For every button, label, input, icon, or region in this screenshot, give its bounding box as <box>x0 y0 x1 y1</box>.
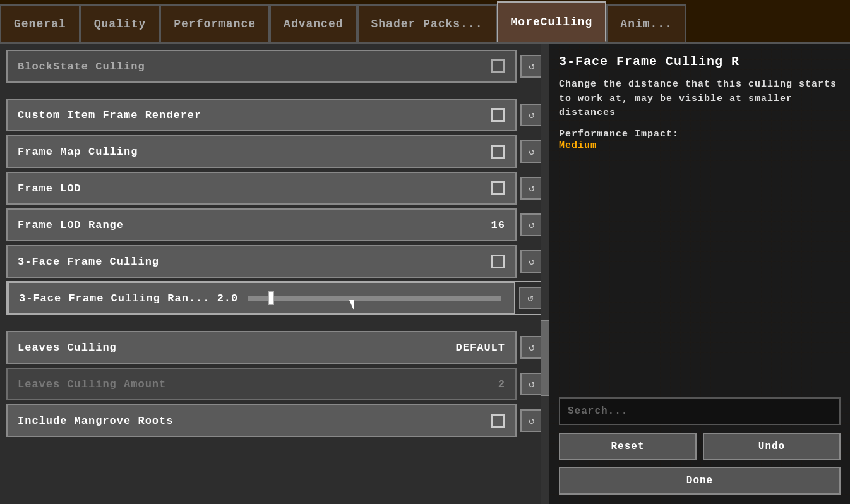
tab-performance[interactable]: Performance <box>160 4 270 42</box>
frame-lod-reset-btn[interactable]: ↺ <box>520 177 543 200</box>
blockstate-reset-btn[interactable]: ↺ <box>520 55 543 78</box>
include-mangrove-roots-button[interactable]: Include Mangrove Roots <box>6 404 517 437</box>
performance-impact-row: Performance Impact: Medium <box>559 128 841 151</box>
3face-culling-range-button[interactable]: 3-Face Frame Culling Ran... 2.0 <box>8 282 515 315</box>
setting-row-frame-map-culling: Frame Map Culling ↺ <box>6 135 543 169</box>
3face-culling-range-slider-container[interactable] <box>244 296 504 301</box>
setting-row-leaves-culling-amount: Leaves Culling Amount 2 ↺ <box>6 367 543 401</box>
tab-more-culling[interactable]: MoreCulling <box>497 1 607 42</box>
frame-lod-button[interactable]: Frame LOD <box>6 172 517 205</box>
3face-frame-culling-label: 3-Face Frame Culling <box>18 256 159 268</box>
custom-item-frame-label: Custom Item Frame Renderer <box>18 109 201 121</box>
gap-1 <box>0 85 549 95</box>
leaves-culling-label: Leaves Culling <box>18 342 117 354</box>
bottom-buttons: Reset Undo Done <box>559 433 841 495</box>
3face-culling-range-slider-thumb[interactable] <box>268 291 274 305</box>
setting-row-custom-item-frame: Custom Item Frame Renderer ↺ <box>6 98 543 132</box>
blockstate-culling-button[interactable]: BlockState Culling <box>6 50 517 83</box>
setting-row-frame-lod-range: Frame LOD Range 16 ↺ <box>6 208 543 242</box>
tab-shader-packs[interactable]: Shader Packs... <box>357 4 497 42</box>
frame-map-culling-checkbox[interactable] <box>491 145 505 159</box>
performance-value: Medium <box>559 140 597 151</box>
frame-lod-range-button[interactable]: Frame LOD Range 16 <box>6 208 517 241</box>
frame-lod-checkbox[interactable] <box>491 181 505 195</box>
setting-row-3face-frame-culling: 3-Face Frame Culling ↺ <box>6 244 543 279</box>
frame-lod-range-label: Frame LOD Range <box>18 219 124 231</box>
include-mangrove-roots-label: Include Mangrove Roots <box>18 415 173 427</box>
setting-row-3face-culling-range: 3-Face Frame Culling Ran... 2.0 ↺ <box>6 281 543 315</box>
3face-culling-range-slider-track[interactable] <box>248 296 501 301</box>
frame-map-culling-button[interactable]: Frame Map Culling <box>6 135 517 168</box>
setting-row-blockstate: BlockState Culling ↺ <box>6 50 543 83</box>
include-mangrove-roots-reset-btn[interactable]: ↺ <box>520 409 543 432</box>
frame-map-culling-label: Frame Map Culling <box>18 146 138 158</box>
reset-undo-row: Reset Undo <box>559 433 841 460</box>
frame-lod-label: Frame LOD <box>18 183 81 195</box>
undo-button[interactable]: Undo <box>703 433 841 460</box>
leaves-culling-button[interactable]: Leaves Culling DEFAULT <box>6 331 517 364</box>
performance-label: Performance Impact: <box>559 129 679 140</box>
custom-item-frame-button[interactable]: Custom Item Frame Renderer <box>6 99 517 131</box>
tab-bar: General Quality Performance Advanced Sha… <box>0 0 850 44</box>
leaves-culling-amount-reset-btn[interactable]: ↺ <box>520 373 543 395</box>
setting-row-frame-lod: Frame LOD ↺ <box>6 171 543 205</box>
tab-quality[interactable]: Quality <box>80 4 160 42</box>
leaves-culling-amount-label: Leaves Culling Amount <box>18 378 166 390</box>
3face-culling-range-reset-btn[interactable]: ↺ <box>519 287 542 309</box>
info-panel: 3-Face Frame Culling R Change the distan… <box>549 44 850 504</box>
reset-button[interactable]: Reset <box>559 433 697 460</box>
leaves-culling-value: DEFAULT <box>456 342 505 354</box>
3face-frame-culling-button[interactable]: 3-Face Frame Culling <box>6 245 517 278</box>
3face-frame-culling-checkbox[interactable] <box>491 255 505 268</box>
scrollbar-thumb[interactable] <box>541 320 549 396</box>
scrollbar-track[interactable] <box>541 44 549 504</box>
tab-anim[interactable]: Anim... <box>606 4 686 42</box>
search-input[interactable] <box>559 397 841 425</box>
3face-frame-culling-reset-btn[interactable]: ↺ <box>520 250 543 273</box>
leaves-culling-reset-btn[interactable]: ↺ <box>520 336 543 359</box>
leaves-culling-amount-button[interactable]: Leaves Culling Amount 2 <box>6 368 517 400</box>
blockstate-culling-label: BlockState Culling <box>18 61 145 73</box>
custom-item-frame-checkbox[interactable] <box>491 108 505 122</box>
setting-row-leaves-culling: Leaves Culling DEFAULT ↺ <box>6 330 543 364</box>
include-mangrove-roots-checkbox[interactable] <box>491 414 505 428</box>
info-title: 3-Face Frame Culling R <box>559 54 841 70</box>
frame-lod-range-reset-btn[interactable]: ↺ <box>520 213 543 236</box>
custom-item-frame-reset-btn[interactable]: ↺ <box>520 104 543 126</box>
frame-map-culling-reset-btn[interactable]: ↺ <box>520 140 543 163</box>
3face-culling-range-label: 3-Face Frame Culling Ran... 2.0 <box>19 292 238 304</box>
setting-row-include-mangrove-roots: Include Mangrove Roots ↺ <box>6 404 543 438</box>
settings-panel[interactable]: BlockState Culling ↺ Custom Item Frame R… <box>0 44 549 504</box>
info-description: Change the distance that this culling st… <box>559 78 841 121</box>
blockstate-culling-checkbox[interactable] <box>491 59 505 73</box>
gap-2 <box>0 318 549 328</box>
info-spacer <box>559 151 841 398</box>
done-button[interactable]: Done <box>559 467 841 495</box>
tab-general[interactable]: General <box>0 4 80 42</box>
leaves-culling-amount-value: 2 <box>498 378 505 390</box>
main-area: BlockState Culling ↺ Custom Item Frame R… <box>0 44 850 504</box>
tab-advanced[interactable]: Advanced <box>270 4 357 42</box>
frame-lod-range-value: 16 <box>491 219 505 231</box>
